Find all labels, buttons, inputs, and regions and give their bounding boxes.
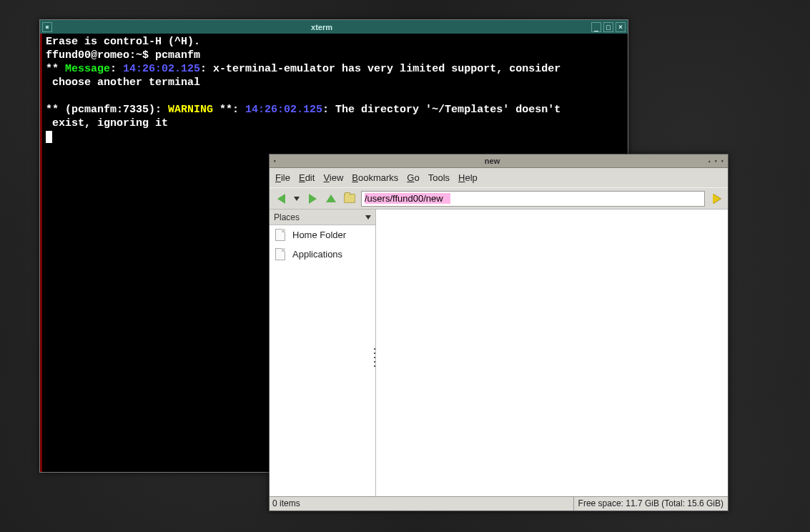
path-text: /users/ffund00/new [365,193,450,204]
document-icon [275,248,285,260]
status-item-count: 0 items [270,497,574,511]
splitter-handle[interactable] [372,347,376,368]
path-input[interactable]: /users/ffund00/new [361,191,705,207]
filemanager-window-menu-button[interactable]: ▾ [274,159,276,163]
terminal-prompt: ffund00@romeo:~$ [46,49,155,61]
filemanager-minimize-button[interactable]: ▴ [708,159,711,163]
xterm-title: xterm [52,23,591,31]
nav-back-button[interactable] [274,192,288,206]
menu-file[interactable]: File [275,172,290,183]
filemanager-body: Places Home Folder Applications [270,209,728,496]
xterm-close-button[interactable]: × [616,22,626,32]
terminal-text: ** [46,63,65,75]
arrow-right-icon [309,194,317,204]
menu-view[interactable]: View [323,172,343,183]
nav-back-history-button[interactable] [292,192,301,206]
status-free-space: Free space: 11.7 GiB (Total: 15.6 GiB) [574,497,728,511]
sidebar-item-label: Applications [292,249,342,260]
terminal-text: : The directory '~/Templates' doesn't [322,104,560,116]
terminal-text: : x-terminal-emulator has very limited s… [200,63,560,75]
menu-go[interactable]: Go [407,172,419,183]
chevron-down-icon [365,215,371,220]
menu-bookmarks[interactable]: Bookmarks [352,172,398,183]
arrow-up-icon [326,194,336,202]
sidebar-item-home[interactable]: Home Folder [270,225,375,245]
terminal-cursor [46,131,52,143]
chevron-down-icon [294,197,300,201]
places-header[interactable]: Places [270,210,375,225]
go-arrow-icon [713,194,721,204]
terminal-message-label: Message [65,63,110,75]
filemanager-titlebar[interactable]: ▾ new ▴ ▾ ▾ [270,154,728,168]
xterm-maximize-button[interactable]: □ [603,22,613,32]
xterm-titlebar[interactable]: xterm _ □ × [40,20,628,34]
terminal-text: choose another terminal [46,77,200,89]
sidebar-item-applications[interactable]: Applications [270,245,375,264]
xterm-window-menu-button[interactable] [42,22,52,32]
filemanager-title: new [280,157,704,165]
filemanager-window: ▾ new ▴ ▾ ▾ File Edit View Bookmarks Go … [269,154,728,511]
filemanager-content-area[interactable] [376,210,728,496]
terminal-timestamp: 14:26:02.125 [123,63,200,75]
go-button[interactable] [709,192,723,206]
xterm-minimize-button[interactable]: _ [591,22,601,32]
terminal-command: pcmanfm [155,49,200,61]
terminal-text: exist, ignoring it [46,117,168,129]
filemanager-maximize-button[interactable]: ▾ [715,159,717,163]
arrow-left-icon [277,194,285,204]
nav-forward-button[interactable] [305,192,320,206]
filemanager-toolbar: /users/ffund00/new [270,187,728,209]
sidebar-item-label: Home Folder [292,230,346,240]
places-label: Places [274,212,300,222]
filemanager-statusbar: 0 items Free space: 11.7 GiB (Total: 15.… [270,496,728,511]
terminal-warning-label: WARNING [168,104,213,116]
document-icon [275,229,285,241]
filemanager-close-button[interactable]: ▾ [721,159,723,163]
menu-edit[interactable]: Edit [299,172,315,183]
filemanager-menubar: File Edit View Bookmarks Go Tools Help [270,168,728,187]
terminal-timestamp: 14:26:02.125 [245,104,322,116]
terminal-line: Erase is control-H (^H). [46,36,200,48]
folder-icon [344,194,355,203]
nav-up-button[interactable] [324,192,338,206]
nav-home-button[interactable] [342,192,357,206]
terminal-text: ** (pcmanfm:7335): [46,104,168,116]
filemanager-sidebar: Places Home Folder Applications [270,210,376,496]
menu-tools[interactable]: Tools [428,172,450,183]
menu-help[interactable]: Help [458,172,478,183]
